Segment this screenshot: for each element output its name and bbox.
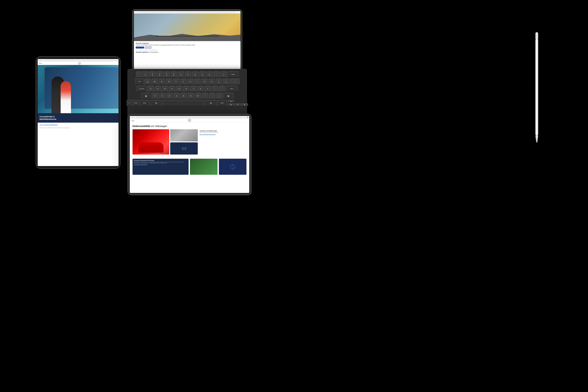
btn-secondary-top[interactable]: Händler finden	[145, 46, 152, 48]
key-arrow-up[interactable]: ▲	[228, 100, 234, 103]
arrow-top-row: ▲	[228, 100, 248, 103]
card-link[interactable]: Mehr über den ID. 7all und ID. GTI Conce…	[134, 164, 187, 165]
keyboard-row-5: fn control option ⌘ ⌘ option ▲ ◀ ▼ ▶	[130, 100, 244, 106]
key-quote[interactable]: "'	[219, 86, 225, 92]
key-cmd-left[interactable]: ⌘	[150, 100, 162, 106]
svg-point-4	[182, 149, 183, 150]
key-period[interactable]: >.	[209, 93, 216, 99]
key-delete[interactable]: Delete	[228, 72, 239, 78]
key-j[interactable]: J	[190, 86, 196, 92]
key-option-left[interactable]: option	[140, 100, 150, 106]
key-space[interactable]	[163, 100, 204, 106]
key-2[interactable]: @2	[149, 72, 156, 78]
breadcrumb-top: Home > Angebote und Aktionen > Aktuelle …	[136, 49, 239, 50]
car-section-title: Lieferzeiten von Neufahrzeugen	[200, 130, 230, 132]
key-v[interactable]: V	[174, 93, 180, 99]
svg-point-5	[185, 149, 186, 150]
key-u[interactable]: U	[187, 78, 194, 85]
key-minus[interactable]: _-	[214, 72, 220, 78]
key-r[interactable]: R	[166, 78, 172, 85]
vw-logo-left	[78, 62, 81, 65]
key-arrow-left[interactable]: ◀	[228, 103, 234, 106]
key-backtick[interactable]: ~`	[136, 72, 142, 78]
key-q[interactable]: Q	[144, 78, 151, 85]
key-control[interactable]: control	[133, 100, 139, 106]
key-arrow-down[interactable]: ▼	[235, 103, 241, 106]
key-fn[interactable]: fn	[126, 100, 132, 106]
key-tab[interactable]: Tab	[135, 78, 144, 85]
key-3[interactable]: #3	[156, 72, 163, 78]
key-return[interactable]: return	[226, 86, 238, 92]
key-t[interactable]: T	[173, 78, 180, 85]
key-i[interactable]: I	[194, 78, 201, 85]
person-silhouette-2	[61, 81, 71, 113]
cmd-icon-left: ⌘	[154, 102, 158, 104]
car-section-link[interactable]: Mehr über die aktuellen Lieferzeiten erf…	[200, 134, 230, 135]
blue-card	[219, 159, 246, 175]
key-semicolon[interactable]: :;	[212, 86, 218, 92]
key-a[interactable]: A	[148, 86, 154, 92]
key-4[interactable]: $4	[164, 72, 170, 78]
key-e[interactable]: E	[159, 78, 165, 85]
key-6[interactable]: ^6	[178, 72, 184, 78]
key-option-right[interactable]: option	[218, 100, 227, 106]
key-y[interactable]: Y	[180, 78, 186, 85]
key-l[interactable]: L	[204, 86, 211, 92]
key-b[interactable]: B	[180, 93, 187, 99]
key-arrow-right[interactable]: ▶	[242, 103, 248, 106]
ipad-left-body: Menu Konnektivität & Mobilitätsdienste	[36, 56, 120, 169]
ipad-bottom-body: Menu Elektromobilität von Volkswagen	[128, 114, 252, 195]
key-bracket-close[interactable]: }]	[223, 78, 229, 85]
key-backslash[interactable]: |\	[230, 78, 240, 85]
cmd-icon-right: ⌘	[209, 102, 212, 104]
key-h[interactable]: H	[183, 86, 190, 92]
key-k[interactable]: K	[197, 86, 204, 92]
menu-label-left[interactable]: Menu	[39, 63, 42, 64]
key-n[interactable]: N	[188, 93, 194, 99]
key-g[interactable]: G	[176, 86, 182, 92]
key-1[interactable]: !1	[142, 72, 148, 78]
browser-icon-1	[233, 12, 234, 13]
traffic-lights-top	[135, 12, 138, 13]
ipad-left-screen: Menu Konnektivität & Mobilitätsdienste	[38, 59, 118, 166]
key-equals[interactable]: +=	[220, 72, 227, 78]
key-slash[interactable]: ?/	[216, 93, 222, 99]
svg-text:⌘: ⌘	[210, 102, 212, 104]
traffic-light-3	[41, 60, 42, 61]
key-8[interactable]: *8	[192, 72, 198, 78]
key-p[interactable]: P	[208, 78, 215, 85]
key-c[interactable]: C	[166, 93, 173, 99]
key-x[interactable]: X	[159, 93, 166, 99]
lower-content-bottom: Der neue ID. 7all und der ID. GTI Concep…	[130, 159, 249, 175]
key-9[interactable]: (9	[199, 72, 206, 78]
key-shift-left[interactable]	[141, 93, 151, 99]
key-comma[interactable]: <,	[202, 93, 208, 99]
url-bar-left[interactable]	[44, 60, 114, 61]
key-f[interactable]: F	[169, 86, 175, 92]
key-cmd-right[interactable]: ⌘	[205, 100, 217, 106]
key-d[interactable]: D	[162, 86, 168, 92]
url-bar-top[interactable]	[139, 12, 232, 13]
vw-logo-svg-bottom	[188, 119, 191, 122]
keyboard-row-2: Tab Q W E R T Y U I O P {[ }] |\	[130, 78, 244, 85]
key-bracket-open[interactable]: {[	[216, 78, 222, 85]
key-5[interactable]: %5	[171, 72, 177, 78]
menu-label-bottom[interactable]: Menu	[132, 120, 134, 122]
key-w[interactable]: W	[152, 78, 158, 85]
keyboard-row-1: ~` !1 @2 #3 $4 %5 ^6 &7 *8 (9 )0 _- += D…	[130, 72, 244, 78]
key-capslock[interactable]: Caps lock	[137, 86, 147, 92]
btn-primary-top[interactable]: Angebote entdecken	[136, 46, 144, 48]
key-z[interactable]: Z	[152, 93, 158, 99]
key-o[interactable]: O	[202, 78, 208, 85]
ipad-bottom-screen: Menu Elektromobilität von Volkswagen	[130, 116, 249, 193]
key-0[interactable]: )0	[206, 72, 213, 78]
nav-icon-2	[117, 60, 118, 61]
key-m[interactable]: M	[195, 93, 201, 99]
key-7[interactable]: &7	[185, 72, 191, 78]
key-shift-right[interactable]	[223, 93, 234, 99]
tl-top-2	[136, 12, 137, 13]
ipad-keyboard-wrapper: Aktuelle Angebote Entdecken Sie die aktu…	[128, 9, 247, 120]
key-s[interactable]: S	[154, 86, 161, 92]
url-bar-bottom[interactable]	[136, 117, 242, 118]
image-grid-bottom: Lieferzeiten von Neufahrzeugen Unsere Fa…	[132, 129, 246, 154]
